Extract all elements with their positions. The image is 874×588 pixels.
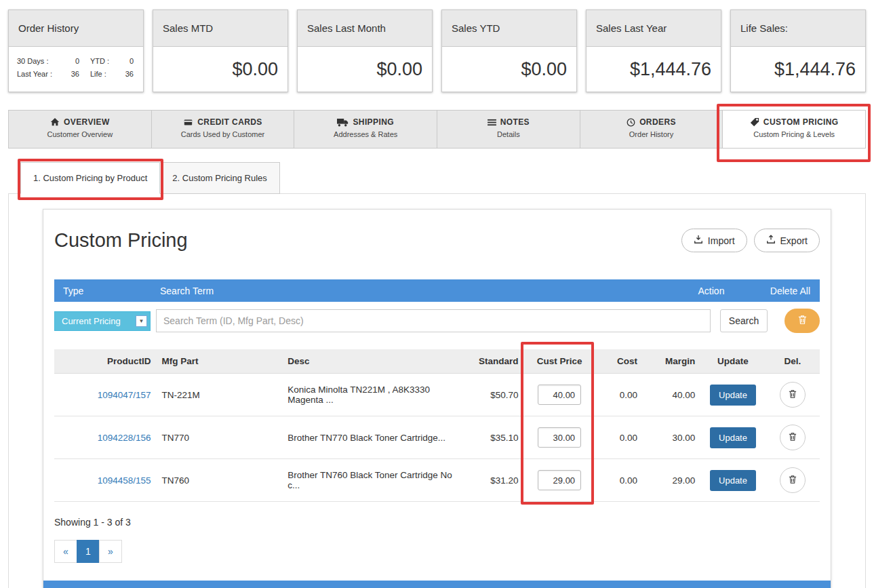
delete-row-button[interactable] [780, 467, 806, 493]
tab-label: CUSTOM PRICING [763, 117, 839, 127]
cust-price-input[interactable] [538, 470, 581, 490]
filter-header-action: Action [671, 286, 752, 296]
stat-card-title: Sales YTD [442, 10, 576, 47]
credit-card-icon [183, 118, 193, 127]
custom-pricing-table: ProductID Mfg Part Desc Standard Cust Pr… [54, 349, 820, 502]
tab-label: CREDIT CARDS [197, 117, 262, 127]
next-page-button[interactable]: » [99, 540, 122, 563]
order-history-summary: 30 Days : 0 YTD : 0 Last Year : 36 Life … [9, 47, 143, 78]
stat-card-title: Sales Last Year [587, 10, 721, 47]
tag-icon [750, 117, 759, 127]
stat-label: 30 Days : [17, 57, 58, 65]
mfg-part-cell: TN-221M [157, 374, 283, 416]
import-icon [694, 235, 703, 246]
tab-custom-pricing[interactable]: CUSTOM PRICING Custom Pricing & Levels [722, 110, 866, 149]
stat-value: 0 [113, 57, 143, 65]
delete-all-button[interactable] [784, 309, 820, 333]
subtab-label: 1. Custom Pricing by Product [33, 173, 147, 183]
stat-card-sales-ytd: Sales YTD $0.00 [441, 9, 577, 92]
pricing-type-selected-value: Current Pricing [62, 316, 121, 326]
tab-label: ORDERS [639, 117, 676, 127]
import-button-label: Import [708, 235, 735, 246]
prev-page-button[interactable]: « [54, 540, 77, 563]
delete-row-button[interactable] [780, 425, 806, 450]
subtab-custom-pricing-rules[interactable]: 2. Custom Pricing Rules [160, 162, 279, 194]
column-header-update: Update [700, 349, 765, 374]
table-row: 1094458/155 TN760 Brother TN760 Black To… [54, 459, 820, 502]
cust-price-input[interactable] [538, 427, 581, 448]
stat-card-value: $0.00 [442, 47, 576, 92]
update-button[interactable]: Update [710, 427, 756, 448]
tab-shipping[interactable]: SHIPPING Addresses & Rates [294, 110, 437, 149]
panel-header: Custom Pricing Import Export [54, 210, 820, 252]
column-header-standard: Standard [466, 349, 523, 374]
stats-row: Order History 30 Days : 0 YTD : 0 Last Y… [0, 0, 874, 92]
export-button[interactable]: Export [754, 229, 820, 252]
standard-price-cell: $35.10 [466, 416, 523, 459]
custom-pricing-panel: Custom Pricing Import Export Type Sea [43, 209, 831, 588]
column-header-desc: Desc [282, 349, 466, 374]
tab-label: NOTES [500, 117, 530, 127]
tab-label: OVERVIEW [64, 117, 110, 127]
page-title: Custom Pricing [54, 229, 188, 252]
tab-label: SHIPPING [353, 117, 394, 127]
search-input[interactable] [156, 309, 711, 332]
tab-orders[interactable]: ORDERS Order History [580, 110, 723, 149]
truck-icon [337, 118, 349, 127]
page-1-button[interactable]: 1 [77, 540, 100, 563]
tab-subtitle: Cards Used by Customer [152, 130, 294, 138]
desc-cell: Brother TN770 Black Toner Cartridge... [282, 416, 466, 459]
column-header-mfg-part: Mfg Part [157, 349, 283, 374]
product-id-link[interactable]: 1094047/157 [98, 390, 151, 400]
tab-overview[interactable]: OVERVIEW Customer Overview [8, 110, 151, 149]
stat-label: Last Year : [17, 70, 58, 78]
trash-icon [789, 432, 797, 444]
stat-card-title: Order History [9, 10, 143, 47]
pagination: « 1 » [54, 540, 122, 563]
stat-card-life-sales: Life Sales: $1,444.76 [730, 9, 866, 92]
export-button-label: Export [780, 235, 808, 246]
product-id-link[interactable]: 1094458/155 [98, 475, 151, 486]
table-header-row: ProductID Mfg Part Desc Standard Cust Pr… [54, 349, 820, 374]
cust-price-input[interactable] [538, 385, 581, 405]
import-button[interactable]: Import [681, 229, 747, 252]
stat-card-title: Sales MTD [153, 10, 287, 47]
delete-row-button[interactable] [780, 382, 806, 408]
mfg-part-cell: TN770 [157, 416, 283, 459]
tab-subtitle: Custom Pricing & Levels [723, 130, 865, 138]
tab-subtitle: Customer Overview [9, 130, 151, 138]
filter-header-bar: Type Search Term Action Delete All [54, 279, 820, 302]
standard-price-cell: $31.20 [466, 459, 523, 502]
subtab-custom-pricing-by-product[interactable]: 1. Custom Pricing by Product [20, 162, 160, 194]
filter-row: Current Pricing ▼ Search [54, 302, 820, 340]
column-header-margin: Margin [643, 349, 700, 374]
update-button[interactable]: Update [710, 385, 756, 406]
tab-subtitle: Details [437, 130, 580, 138]
tab-notes[interactable]: NOTES Details [437, 110, 580, 149]
tab-content-container: Custom Pricing Import Export Type Sea [8, 193, 866, 588]
column-header-cust-price: Cust Price [523, 349, 595, 374]
update-button[interactable]: Update [710, 470, 756, 491]
stat-card-value: $1,444.76 [731, 47, 865, 92]
search-button[interactable]: Search [720, 309, 768, 332]
stat-card-order-history: Order History 30 Days : 0 YTD : 0 Last Y… [8, 9, 144, 92]
cost-cell: 0.00 [595, 459, 643, 502]
subtab-label: 2. Custom Pricing Rules [172, 173, 266, 183]
stat-card-title: Life Sales: [731, 10, 865, 47]
stat-value: 0 [58, 57, 79, 65]
desc-cell: Konica Minolta TN221M , A8K3330 Magenta … [282, 374, 466, 416]
stat-label: YTD : [90, 57, 113, 65]
stat-card-title: Sales Last Month [298, 10, 432, 47]
home-icon [50, 117, 60, 127]
margin-cell: 30.00 [643, 416, 700, 459]
pricing-type-select[interactable]: Current Pricing ▼ [54, 311, 151, 331]
tab-subtitle: Addresses & Rates [294, 130, 437, 138]
stat-card-sales-last-month: Sales Last Month $0.00 [297, 9, 433, 92]
trash-icon [789, 475, 797, 486]
tab-subtitle: Order History [580, 130, 723, 138]
tab-credit-cards[interactable]: CREDIT CARDS Cards Used by Customer [151, 110, 294, 149]
stat-card-sales-mtd: Sales MTD $0.00 [153, 9, 288, 92]
product-id-link[interactable]: 1094228/156 [98, 433, 151, 443]
desc-cell: Brother TN760 Black Toner Cartridge No c… [282, 459, 466, 502]
order-history-line: Last Year : 36 Life : 36 [17, 70, 143, 78]
